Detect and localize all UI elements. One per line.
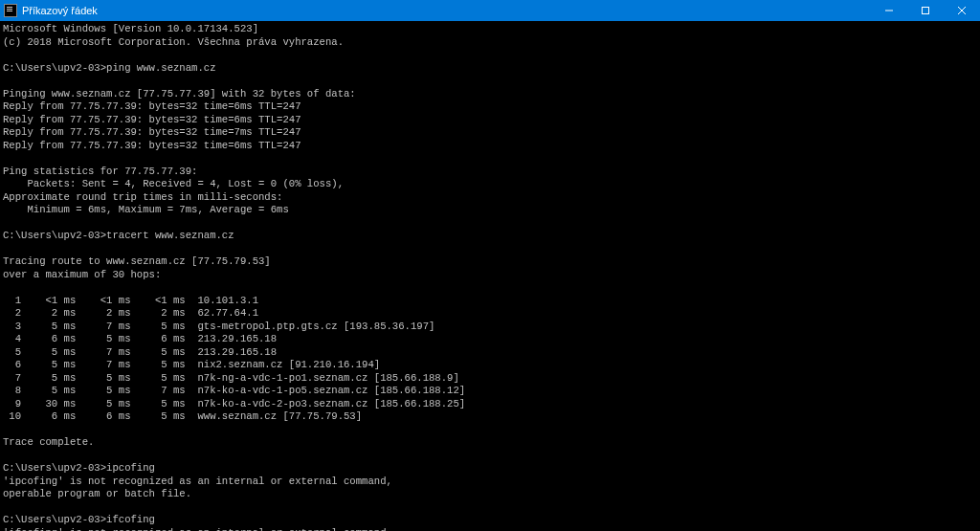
minimize-button[interactable] [871,0,907,21]
maximize-button[interactable] [907,0,944,21]
svg-rect-1 [923,8,929,14]
window-title: Příkazový řádek [22,5,98,16]
window-titlebar[interactable]: Příkazový řádek [0,0,980,21]
close-button[interactable] [944,0,980,21]
cmd-icon [4,4,17,17]
terminal-output[interactable]: Microsoft Windows [Version 10.0.17134.52… [0,21,980,531]
